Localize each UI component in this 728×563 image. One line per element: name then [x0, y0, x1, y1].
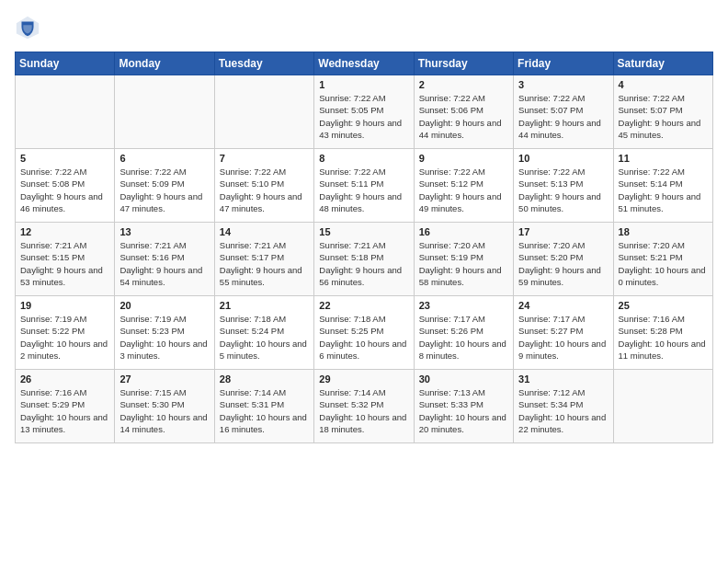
- day-cell: 28Sunrise: 7:14 AMSunset: 5:31 PMDayligh…: [214, 370, 313, 443]
- day-cell: 19Sunrise: 7:19 AMSunset: 5:22 PMDayligh…: [16, 296, 115, 370]
- day-info: Sunrise: 7:22 AMSunset: 5:10 PMDaylight:…: [220, 166, 309, 214]
- day-info-line: Sunset: 5:16 PM: [119, 252, 184, 262]
- day-info-line: Sunset: 5:23 PM: [119, 326, 184, 336]
- page-header: [15, 15, 713, 40]
- day-info-line: Sunset: 5:14 PM: [619, 178, 683, 189]
- day-info-line: Daylight: 9 hours and 50 minutes.: [518, 191, 601, 213]
- day-info-line: Sunset: 5:28 PM: [619, 326, 683, 336]
- day-cell: 18Sunrise: 7:20 AMSunset: 5:21 PMDayligh…: [613, 223, 712, 296]
- day-info-line: Daylight: 10 hours and 2 minutes.: [20, 339, 108, 361]
- calendar-table: SundayMondayTuesdayWednesdayThursdayFrid…: [15, 52, 713, 443]
- day-number: 3: [518, 79, 608, 90]
- day-cell: 1Sunrise: 7:22 AMSunset: 5:05 PMDaylight…: [314, 75, 414, 149]
- day-info-line: Sunset: 5:17 PM: [220, 252, 284, 262]
- day-info-line: Sunrise: 7:20 AM: [419, 240, 485, 250]
- day-info: Sunrise: 7:22 AMSunset: 5:05 PMDaylight:…: [319, 92, 408, 141]
- day-info-line: Sunset: 5:26 PM: [419, 326, 483, 336]
- day-info-line: Sunrise: 7:22 AM: [319, 93, 385, 103]
- day-info-line: Sunrise: 7:22 AM: [619, 167, 685, 177]
- day-number: 14: [220, 226, 309, 237]
- day-info-line: Sunset: 5:05 PM: [319, 105, 383, 115]
- day-cell: 5Sunrise: 7:22 AMSunset: 5:08 PMDaylight…: [16, 149, 115, 223]
- day-info: Sunrise: 7:21 AMSunset: 5:18 PMDaylight:…: [319, 239, 408, 288]
- day-info-line: Sunrise: 7:18 AM: [319, 314, 385, 324]
- day-number: 7: [220, 153, 309, 164]
- week-row-2: 5Sunrise: 7:22 AMSunset: 5:08 PMDaylight…: [16, 149, 713, 223]
- day-info-line: Sunset: 5:07 PM: [619, 105, 683, 115]
- day-cell: 2Sunrise: 7:22 AMSunset: 5:06 PMDaylight…: [414, 75, 513, 149]
- day-number: 30: [419, 373, 508, 385]
- day-info: Sunrise: 7:22 AMSunset: 5:11 PMDaylight:…: [319, 166, 408, 214]
- day-cell: 26Sunrise: 7:16 AMSunset: 5:29 PMDayligh…: [16, 370, 115, 443]
- day-cell: 16Sunrise: 7:20 AMSunset: 5:19 PMDayligh…: [414, 223, 513, 296]
- day-info-line: Daylight: 9 hours and 59 minutes.: [518, 265, 601, 287]
- day-info-line: Sunset: 5:34 PM: [518, 399, 583, 409]
- day-info-line: Daylight: 9 hours and 55 minutes.: [220, 265, 302, 287]
- day-info-line: Sunset: 5:32 PM: [319, 399, 383, 409]
- day-info-line: Sunrise: 7:12 AM: [518, 387, 585, 397]
- day-cell: 22Sunrise: 7:18 AMSunset: 5:25 PMDayligh…: [314, 296, 414, 370]
- day-cell: 15Sunrise: 7:21 AMSunset: 5:18 PMDayligh…: [314, 223, 414, 296]
- header-sunday: Sunday: [16, 52, 115, 75]
- day-cell: 11Sunrise: 7:22 AMSunset: 5:14 PMDayligh…: [613, 149, 712, 223]
- day-number: 31: [518, 373, 608, 385]
- day-number: 18: [619, 226, 708, 237]
- day-info: Sunrise: 7:16 AMSunset: 5:28 PMDaylight:…: [619, 313, 708, 362]
- day-number: 29: [319, 373, 408, 385]
- day-cell: 10Sunrise: 7:22 AMSunset: 5:13 PMDayligh…: [514, 149, 613, 223]
- day-info-line: Sunrise: 7:22 AM: [518, 93, 585, 103]
- day-info-line: Sunset: 5:18 PM: [319, 252, 383, 262]
- day-info-line: Daylight: 10 hours and 13 minutes.: [20, 412, 108, 434]
- day-info: Sunrise: 7:22 AMSunset: 5:06 PMDaylight:…: [419, 92, 508, 141]
- header-tuesday: Tuesday: [214, 52, 313, 75]
- day-number: 19: [20, 300, 109, 311]
- day-cell: 6Sunrise: 7:22 AMSunset: 5:09 PMDaylight…: [115, 149, 214, 223]
- day-info-line: Daylight: 9 hours and 48 minutes.: [319, 191, 402, 213]
- day-info-line: Sunrise: 7:16 AM: [619, 314, 685, 324]
- day-info-line: Sunset: 5:25 PM: [319, 326, 383, 336]
- day-info-line: Daylight: 9 hours and 44 minutes.: [419, 118, 502, 140]
- day-cell: 8Sunrise: 7:22 AMSunset: 5:11 PMDaylight…: [314, 149, 414, 223]
- day-info-line: Sunset: 5:12 PM: [419, 178, 483, 189]
- day-number: 6: [119, 153, 209, 164]
- header-thursday: Thursday: [414, 52, 513, 75]
- header-wednesday: Wednesday: [314, 52, 414, 75]
- day-info-line: Daylight: 10 hours and 22 minutes.: [518, 412, 606, 434]
- day-info-line: Daylight: 10 hours and 9 minutes.: [518, 339, 606, 361]
- day-info-line: Daylight: 9 hours and 43 minutes.: [319, 118, 402, 140]
- day-info-line: Sunset: 5:15 PM: [20, 252, 85, 262]
- day-info-line: Sunset: 5:31 PM: [220, 399, 284, 409]
- day-cell: 24Sunrise: 7:17 AMSunset: 5:27 PMDayligh…: [514, 296, 613, 370]
- day-info-line: Sunset: 5:10 PM: [220, 178, 284, 189]
- day-cell: [613, 370, 712, 443]
- day-number: 25: [619, 300, 708, 311]
- day-number: 21: [220, 300, 309, 311]
- day-info-line: Sunset: 5:21 PM: [619, 252, 683, 262]
- day-info-line: Sunset: 5:20 PM: [518, 252, 583, 262]
- day-info-line: Daylight: 9 hours and 49 minutes.: [419, 191, 502, 213]
- day-info-line: Sunrise: 7:17 AM: [419, 314, 485, 324]
- day-number: 20: [119, 300, 209, 311]
- day-info-line: Sunset: 5:11 PM: [319, 178, 383, 189]
- day-info-line: Sunrise: 7:21 AM: [319, 240, 385, 250]
- day-cell: 7Sunrise: 7:22 AMSunset: 5:10 PMDaylight…: [214, 149, 313, 223]
- day-info-line: Daylight: 10 hours and 5 minutes.: [220, 339, 307, 361]
- day-info-line: Daylight: 9 hours and 56 minutes.: [319, 265, 402, 287]
- day-info-line: Daylight: 9 hours and 47 minutes.: [119, 191, 202, 213]
- day-info: Sunrise: 7:20 AMSunset: 5:20 PMDaylight:…: [518, 239, 608, 288]
- day-info-line: Daylight: 10 hours and 8 minutes.: [419, 339, 506, 361]
- day-info-line: Sunrise: 7:21 AM: [20, 240, 86, 250]
- day-number: 13: [119, 226, 209, 237]
- day-info-line: Sunrise: 7:22 AM: [619, 93, 685, 103]
- day-cell: 12Sunrise: 7:21 AMSunset: 5:15 PMDayligh…: [16, 223, 115, 296]
- day-cell: [115, 75, 214, 149]
- day-info-line: Sunset: 5:06 PM: [419, 105, 483, 115]
- header-row: SundayMondayTuesdayWednesdayThursdayFrid…: [16, 52, 713, 75]
- day-info-line: Daylight: 10 hours and 0 minutes.: [619, 265, 706, 287]
- day-number: 8: [319, 153, 408, 164]
- day-cell: 31Sunrise: 7:12 AMSunset: 5:34 PMDayligh…: [514, 370, 613, 443]
- week-row-5: 26Sunrise: 7:16 AMSunset: 5:29 PMDayligh…: [16, 370, 713, 443]
- day-info: Sunrise: 7:16 AMSunset: 5:29 PMDaylight:…: [20, 386, 109, 435]
- logo: [15, 15, 44, 40]
- day-info-line: Daylight: 9 hours and 45 minutes.: [619, 118, 701, 140]
